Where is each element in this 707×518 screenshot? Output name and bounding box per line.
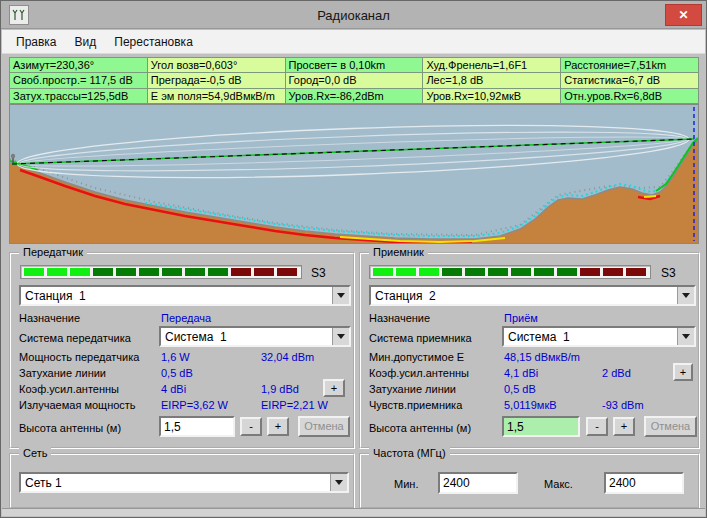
network-dropdown-button[interactable] xyxy=(330,474,347,491)
led-segment xyxy=(231,268,251,276)
param-cell-obstacle: Преграда=-0,5 dB xyxy=(148,73,286,88)
led-segment xyxy=(419,268,439,276)
rx-station-dropdown-button[interactable] xyxy=(677,287,694,304)
radio-channel-window: Радиоканал ✕ Правка Вид Перестановка Ази… xyxy=(0,0,707,518)
window-title: Радиоканал xyxy=(1,8,706,23)
chevron-down-icon xyxy=(337,293,345,298)
receiver-panel: Приемник S3 Станция 2 Назначение Приём С… xyxy=(359,252,700,449)
tx-gain-dbd: 1,9 dBd xyxy=(261,383,299,395)
terrain-profile-chart xyxy=(9,104,699,244)
tx-eirp-label: Излучаемая мощность xyxy=(19,399,136,411)
param-cell-azimuth: Азимут=230,36° xyxy=(10,58,148,73)
led-segment xyxy=(488,268,508,276)
led-segment xyxy=(603,268,623,276)
titlebar: Радиоканал ✕ xyxy=(1,1,706,29)
tx-gain-plus-button[interactable]: + xyxy=(323,379,345,397)
tx-system-select[interactable]: Система 1 xyxy=(159,326,351,347)
led-segment xyxy=(254,268,274,276)
led-segment xyxy=(70,268,90,276)
frequency-panel: Частота (МГц) Мин. Макс. xyxy=(359,453,700,509)
rx-cancel-button[interactable]: Отмена xyxy=(644,416,697,437)
param-cell-distance: Расстояние=7,51km xyxy=(561,58,699,73)
param-cell-rx-dbm: Уров.Rx=-86,2dBm xyxy=(286,89,424,104)
rx-signal-bar xyxy=(369,265,651,279)
led-segment xyxy=(277,268,297,276)
rx-height-decrease-button[interactable]: - xyxy=(586,417,608,436)
param-cell-path-loss: Затух.трассы=125,5dB xyxy=(10,89,148,104)
tx-station-select[interactable]: Станция 1 xyxy=(19,285,351,306)
param-cell-fresnel: Худ.Френель=1,6F1 xyxy=(423,58,561,73)
param-cell-elevation: Угол возв=0,603° xyxy=(148,58,286,73)
rx-sensitivity-dbm: -93 dBm xyxy=(602,399,644,411)
led-segment xyxy=(580,268,600,276)
transmitter-panel: Передатчик S3 Станция 1 Назначение Перед… xyxy=(9,252,355,449)
led-segment xyxy=(626,268,646,276)
rx-system-select[interactable]: Система 1 xyxy=(502,326,696,347)
rx-system-dropdown-button[interactable] xyxy=(677,328,694,345)
rx-gain-dbi: 4,1 dBi xyxy=(504,367,538,379)
tx-system-label: Система передатчика xyxy=(19,332,131,344)
rx-min-e-label: Мин.допустимое Е xyxy=(369,351,464,363)
tx-power-dbm: 32,04 dBm xyxy=(261,351,314,363)
network-panel-title: Сеть xyxy=(19,447,51,459)
chevron-down-icon xyxy=(682,334,690,339)
tx-signal-level: S3 xyxy=(311,266,326,280)
rx-system-label: Система приемника xyxy=(369,332,472,344)
rx-sensitivity-uv: 5,0119мкВ xyxy=(504,399,557,411)
rx-antenna-gain-label: Коэф.усил.антенны xyxy=(369,367,469,379)
param-cell-e-field: Е эм поля=54,9dBмкВ/m xyxy=(148,89,286,104)
tx-power-label: Мощность передатчика xyxy=(19,351,139,363)
frequency-max-label: Макс. xyxy=(544,478,573,490)
rx-gain-plus-button[interactable]: + xyxy=(673,363,693,381)
rx-sensitivity-label: Чувств.приемника xyxy=(369,399,462,411)
rx-signal-level: S3 xyxy=(661,266,676,280)
rx-antenna-height-input[interactable] xyxy=(502,416,580,437)
tx-signal-bar xyxy=(20,265,302,279)
tx-purpose-value: Передача xyxy=(161,312,211,324)
close-button[interactable]: ✕ xyxy=(665,4,702,26)
param-cell-rx-uv: Уров.Rx=10,92мкВ xyxy=(423,89,561,104)
led-segment xyxy=(24,268,44,276)
led-segment xyxy=(47,268,67,276)
param-cell-freespace: Своб.простр.= 117,5 dB xyxy=(10,73,148,88)
tx-antenna-height-input[interactable] xyxy=(159,416,235,437)
led-segment xyxy=(511,268,531,276)
menu-bar: Правка Вид Перестановка xyxy=(2,30,705,54)
tx-height-decrease-button[interactable]: - xyxy=(240,417,262,436)
rx-purpose-value: Приём xyxy=(504,312,538,324)
receiver-panel-title: Приемник xyxy=(369,246,428,258)
tx-purpose-label: Назначение xyxy=(19,312,80,324)
led-segment xyxy=(396,268,416,276)
led-segment xyxy=(93,268,113,276)
tx-line-loss-value: 0,5 dB xyxy=(161,367,193,379)
tx-system-dropdown-button[interactable] xyxy=(332,328,349,345)
menu-view[interactable]: Вид xyxy=(66,32,106,52)
param-cell-rx-rel: Отн.уров.Rx=6,8dB xyxy=(561,89,699,104)
frequency-min-input[interactable] xyxy=(438,472,518,494)
led-segment xyxy=(557,268,577,276)
led-segment xyxy=(139,268,159,276)
rx-purpose-label: Назначение xyxy=(369,312,430,324)
chevron-down-icon xyxy=(337,334,345,339)
menu-edit[interactable]: Правка xyxy=(7,32,66,52)
param-cell-statistics: Статистика=6,7 dB xyxy=(561,73,699,88)
chevron-down-icon xyxy=(682,293,690,298)
tx-power-watts: 1,6 W xyxy=(161,351,190,363)
network-select[interactable]: Сеть 1 xyxy=(19,472,349,493)
rx-station-select[interactable]: Станция 2 xyxy=(369,285,696,306)
tx-line-loss-label: Затухание линии xyxy=(19,367,106,379)
tx-antenna-gain-label: Коэф.усил.антенны xyxy=(19,383,119,395)
led-segment xyxy=(465,268,485,276)
param-cell-clearance: Просвет= в 0,10km xyxy=(286,58,424,73)
menu-swap[interactable]: Перестановка xyxy=(105,32,202,52)
transmitter-panel-title: Передатчик xyxy=(19,246,87,258)
rx-height-increase-button[interactable]: + xyxy=(613,417,635,436)
window-bottom-frame xyxy=(2,508,705,516)
led-segment xyxy=(116,268,136,276)
tx-cancel-button[interactable]: Отмена xyxy=(298,416,350,437)
rx-antenna-height-label: Высота антенны (м) xyxy=(369,422,471,434)
tx-station-dropdown-button[interactable] xyxy=(332,287,349,304)
frequency-max-input[interactable] xyxy=(604,472,684,494)
tx-height-increase-button[interactable]: + xyxy=(267,417,289,436)
rx-gain-dbd: 2 dBd xyxy=(602,367,631,379)
